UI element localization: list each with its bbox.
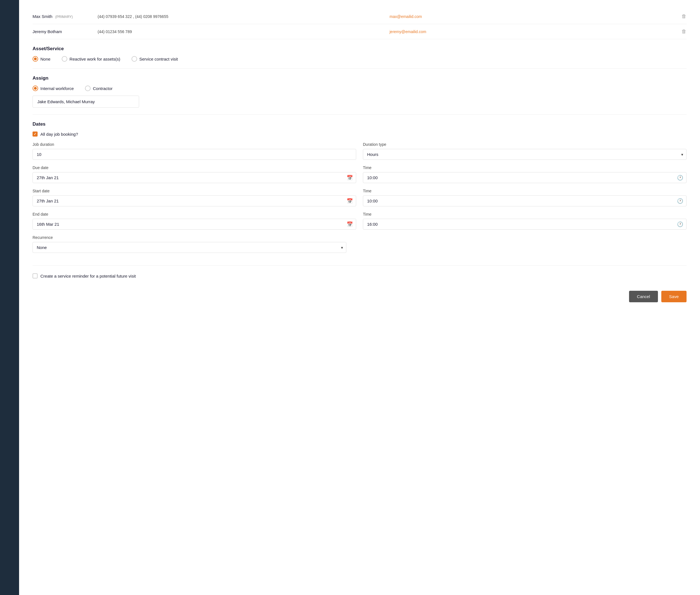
asset-service-contract-label: Service contract visit (139, 57, 178, 61)
due-time-input-wrapper: 🕐 (363, 172, 687, 183)
assign-internal-option[interactable]: Internal workforce (32, 86, 74, 91)
contact-email-2: jeremy@emailid.com (390, 29, 673, 34)
start-time-input[interactable] (363, 195, 687, 206)
asset-service-reactive-radio[interactable] (62, 56, 67, 62)
end-date-input[interactable] (32, 219, 356, 230)
dates-section: Dates All day job booking? Job duration … (32, 115, 687, 265)
all-day-row: All day job booking? (32, 132, 687, 137)
contact-phone-1: (44) 07939 654 322 , (44) 0208 9976655 (97, 14, 381, 19)
duration-type-wrapper: Hours Days Weeks (363, 149, 687, 160)
all-day-label[interactable]: All day job booking? (40, 132, 78, 137)
start-date-row: Start date 📅 Time 🕐 (32, 189, 687, 206)
start-time-group: Time 🕐 (363, 189, 687, 206)
end-date-input-wrapper: 📅 (32, 219, 356, 230)
form-container: Max Smith (PRIMARY) (44) 07939 654 322 ,… (19, 0, 700, 595)
assign-section: Assign Internal workforce Contractor Jak… (32, 69, 687, 115)
duration-row: Job duration Duration type Hours Days We… (32, 142, 687, 160)
assign-radio-group: Internal workforce Contractor (32, 86, 687, 91)
end-time-group: Time 🕐 (363, 212, 687, 230)
due-date-input[interactable] (32, 172, 356, 183)
duration-type-group: Duration type Hours Days Weeks (363, 142, 687, 160)
sidebar (0, 0, 19, 595)
start-time-label: Time (363, 189, 687, 193)
assign-contractor-radio[interactable] (85, 86, 91, 91)
contacts-list: Max Smith (PRIMARY) (44) 07939 654 322 ,… (32, 9, 687, 39)
assign-title: Assign (32, 76, 687, 81)
due-time-group: Time 🕐 (363, 165, 687, 183)
contact-row: Max Smith (PRIMARY) (44) 07939 654 322 ,… (32, 9, 687, 24)
delete-contact-2-icon[interactable]: 🗑 (681, 29, 687, 34)
service-reminder-section: Create a service reminder for a potentia… (32, 265, 687, 286)
contact-name-1: Max Smith (PRIMARY) (32, 14, 89, 19)
due-date-row: Due date 📅 Time 🕐 (32, 165, 687, 183)
main-content: Max Smith (PRIMARY) (44) 07939 654 322 ,… (19, 0, 700, 595)
start-date-input[interactable] (32, 195, 356, 206)
recurrence-row: Recurrence None Daily Weekly Monthly (32, 235, 687, 253)
end-date-row: End date 📅 Time 🕐 (32, 212, 687, 230)
asset-service-none-radio[interactable] (32, 56, 38, 62)
due-time-input[interactable] (363, 172, 687, 183)
end-date-label: End date (32, 212, 356, 217)
recurrence-group: Recurrence None Daily Weekly Monthly (32, 235, 346, 253)
asset-service-title: Asset/Service (32, 46, 687, 52)
due-date-label: Due date (32, 165, 356, 170)
job-duration-input[interactable] (32, 149, 356, 160)
save-button[interactable]: Save (661, 291, 687, 302)
contact-row-2: Jeremy Botham (44) 01234 556 789 jeremy@… (32, 24, 687, 39)
job-duration-label: Job duration (32, 142, 356, 147)
contact-email-1: max@emailid.com (390, 14, 673, 19)
start-date-group: Start date 📅 (32, 189, 356, 206)
asset-service-contract-radio[interactable] (132, 56, 137, 62)
asset-service-none-option[interactable]: None (32, 56, 51, 62)
footer-actions: Cancel Save (32, 286, 687, 302)
assign-contractor-label: Contractor (93, 86, 112, 91)
service-reminder-checkbox[interactable] (32, 274, 37, 278)
recurrence-select[interactable]: None Daily Weekly Monthly (32, 242, 346, 253)
contact-name-2: Jeremy Botham (32, 29, 89, 34)
all-day-checkbox[interactable] (32, 132, 37, 137)
recurrence-label: Recurrence (32, 235, 346, 240)
assigned-people-field[interactable]: Jake Edwards, Michael Murray (32, 95, 139, 108)
assign-contractor-option[interactable]: Contractor (85, 86, 112, 91)
end-time-input[interactable] (363, 219, 687, 230)
due-time-label: Time (363, 165, 687, 170)
contact-phone-2: (44) 01234 556 789 (97, 29, 381, 34)
job-duration-group: Job duration (32, 142, 356, 160)
due-date-group: Due date 📅 (32, 165, 356, 183)
asset-service-contract-option[interactable]: Service contract visit (132, 56, 178, 62)
dates-title: Dates (32, 121, 687, 127)
asset-service-radio-group: None Reactive work for assets(s) Service… (32, 56, 687, 62)
asset-service-none-label: None (40, 57, 51, 61)
start-time-input-wrapper: 🕐 (363, 195, 687, 206)
end-time-label: Time (363, 212, 687, 217)
duration-type-select[interactable]: Hours Days Weeks (363, 149, 687, 160)
asset-service-reactive-option[interactable]: Reactive work for assets(s) (62, 56, 120, 62)
assign-internal-radio[interactable] (32, 86, 38, 91)
service-reminder-label[interactable]: Create a service reminder for a potentia… (40, 274, 136, 278)
asset-service-reactive-label: Reactive work for assets(s) (69, 57, 120, 61)
start-date-label: Start date (32, 189, 356, 193)
recurrence-wrapper: None Daily Weekly Monthly (32, 242, 346, 253)
due-date-input-wrapper: 📅 (32, 172, 356, 183)
cancel-button[interactable]: Cancel (629, 291, 658, 302)
end-date-group: End date 📅 (32, 212, 356, 230)
duration-type-label: Duration type (363, 142, 687, 147)
end-time-input-wrapper: 🕐 (363, 219, 687, 230)
asset-service-section: Asset/Service None Reactive work for ass… (32, 39, 687, 69)
start-date-input-wrapper: 📅 (32, 195, 356, 206)
assign-internal-label: Internal workforce (40, 86, 74, 91)
delete-contact-1-icon[interactable]: 🗑 (681, 13, 687, 19)
